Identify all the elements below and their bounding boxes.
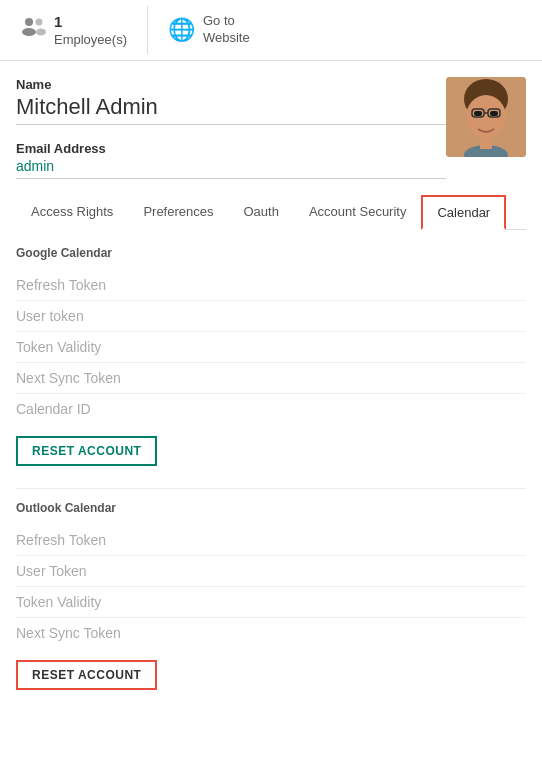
svg-point-3 [36,29,46,36]
list-item: Next Sync Token [16,618,526,648]
list-item: Calendar ID [16,394,526,424]
list-item: User token [16,301,526,332]
tabs-container: Access Rights Preferences Oauth Account … [16,195,526,230]
top-bar: 1 Employee(s) 🌐 Go to Website [0,0,542,61]
email-value: admin [16,158,446,179]
tab-calendar[interactable]: Calendar [421,195,506,230]
profile-section: Name Mitchell Admin Email Address admin [16,77,526,179]
svg-point-2 [36,19,43,26]
tab-access-rights[interactable]: Access Rights [16,195,128,230]
people-icon [20,16,46,44]
goto-website-button[interactable]: 🌐 Go to Website [148,7,270,53]
google-calendar-section-label: Google Calendar [16,246,526,260]
email-label: Email Address [16,141,446,156]
name-value: Mitchell Admin [16,94,446,125]
outlook-calendar-section-label: Outlook Calendar [16,501,526,515]
calendar-tab-content: Google Calendar Refresh Token User token… [16,230,526,724]
svg-rect-7 [474,111,482,116]
employees-button[interactable]: 1 Employee(s) [0,6,148,54]
employees-label: Employee(s) [54,32,127,49]
employees-count: 1 [54,12,127,32]
avatar [446,77,526,157]
list-item: Next Sync Token [16,363,526,394]
svg-rect-13 [480,137,492,149]
name-label: Name [16,77,446,92]
globe-icon: 🌐 [168,17,195,43]
outlook-calendar-fields: Refresh Token User Token Token Validity … [16,525,526,648]
list-item: Token Validity [16,332,526,363]
list-item: Token Validity [16,587,526,618]
website-label: Go to Website [203,13,250,47]
list-item: User Token [16,556,526,587]
profile-info: Name Mitchell Admin Email Address admin [16,77,446,179]
tab-account-security[interactable]: Account Security [294,195,422,230]
google-calendar-fields: Refresh Token User token Token Validity … [16,270,526,424]
svg-point-1 [22,28,36,36]
reset-google-account-button[interactable]: RESET ACCOUNT [16,436,157,466]
list-item: Refresh Token [16,270,526,301]
svg-point-0 [25,18,33,26]
main-content: Name Mitchell Admin Email Address admin [0,61,542,724]
tab-preferences[interactable]: Preferences [128,195,228,230]
section-divider [16,488,526,489]
reset-outlook-account-button[interactable]: RESET ACCOUNT [16,660,157,690]
tab-oauth[interactable]: Oauth [228,195,293,230]
svg-rect-8 [490,111,498,116]
list-item: Refresh Token [16,525,526,556]
